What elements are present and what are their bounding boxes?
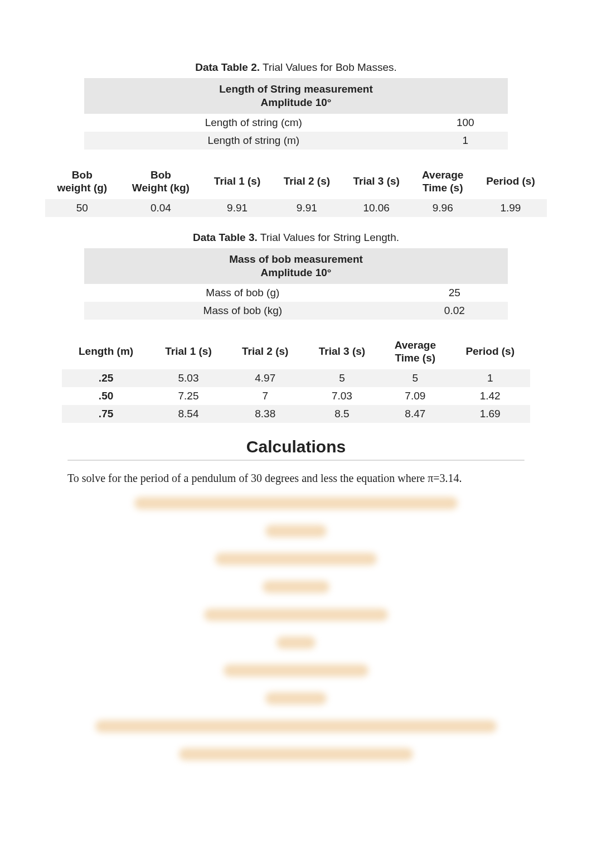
- table2-caption: Data Table 2. Trial Values for Bob Masse…: [45, 61, 547, 74]
- cell: 10.06: [342, 199, 411, 217]
- cell: 9.91: [202, 199, 272, 217]
- cell: 50: [45, 199, 119, 217]
- th: Trial 1 (s): [150, 334, 227, 370]
- table-row: Length of string (m) 1: [84, 132, 508, 150]
- table3-caption-bold: Data Table 3.: [193, 232, 258, 243]
- table2-meas-line2: Amplitude 10°: [89, 96, 503, 109]
- table3-caption-rest: Trial Values for String Length.: [258, 232, 399, 243]
- blurred-line: [95, 720, 497, 732]
- blurred-line: [134, 497, 458, 509]
- cell: 7.09: [380, 387, 450, 405]
- cell: .25: [62, 369, 150, 387]
- cell: 7.25: [150, 387, 227, 405]
- table-row: 50 0.04 9.91 9.91 10.06 9.96 1.99: [45, 199, 547, 217]
- cell: 8.5: [304, 405, 381, 423]
- cell: 1.69: [450, 405, 530, 423]
- blurred-line: [276, 636, 316, 649]
- cell: 5: [304, 369, 381, 387]
- cell: .50: [62, 387, 150, 405]
- th: AverageTime (s): [411, 164, 474, 200]
- cell: 7.03: [304, 387, 381, 405]
- cell: 9.96: [411, 199, 474, 217]
- th: Trial 3 (s): [342, 164, 411, 200]
- th: AverageTime (s): [380, 334, 450, 370]
- cell: 1.99: [474, 199, 547, 217]
- th: Period (s): [450, 334, 530, 370]
- cell: 1.42: [450, 387, 530, 405]
- table3-meas-line1: Mass of bob measurement: [89, 253, 503, 266]
- th: Trial 3 (s): [304, 334, 381, 370]
- table-row: Mass of bob (kg) 0.02: [84, 302, 508, 320]
- cell: 7: [227, 387, 304, 405]
- cell: 5: [380, 369, 450, 387]
- blurred-content: [67, 495, 525, 760]
- th: Trial 1 (s): [202, 164, 272, 200]
- cell: 5.03: [150, 369, 227, 387]
- table3-caption: Data Table 3. Trial Values for String Le…: [45, 232, 547, 244]
- cell: .75: [62, 405, 150, 423]
- table2-meas-value-0: 100: [423, 114, 508, 132]
- table3-meas-header: Mass of bob measurement Amplitude 10°: [84, 248, 508, 284]
- blurred-line: [204, 609, 388, 621]
- table-row: Mass of bob (g) 25: [84, 284, 508, 302]
- cell: 8.54: [150, 405, 227, 423]
- table2-measurement-table: Length of String measurement Amplitude 1…: [84, 78, 508, 150]
- table3-meas-label-1: Mass of bob (kg): [84, 302, 401, 320]
- table3-meas-label-0: Mass of bob (g): [84, 284, 401, 302]
- table2-trial-table: Bobweight (g) BobWeight (kg) Trial 1 (s)…: [45, 164, 547, 218]
- table3-trial-table: Length (m) Trial 1 (s) Trial 2 (s) Trial…: [62, 334, 530, 423]
- cell: 0.04: [119, 199, 202, 217]
- cell: 1: [450, 369, 530, 387]
- blurred-line: [265, 692, 327, 705]
- document-page: Data Table 2. Trial Values for Bob Masse…: [0, 0, 592, 783]
- table3-meas-value-0: 25: [401, 284, 508, 302]
- divider: [67, 460, 525, 461]
- th: BobWeight (kg): [119, 164, 202, 200]
- blurred-line: [224, 664, 368, 677]
- table2-meas-header: Length of String measurement Amplitude 1…: [84, 78, 508, 114]
- table3-trial-header-row: Length (m) Trial 1 (s) Trial 2 (s) Trial…: [62, 334, 530, 370]
- table-row: Length of string (cm) 100: [84, 114, 508, 132]
- table2-caption-rest: Trial Values for Bob Masses.: [260, 61, 397, 73]
- table3-meas-line2: Amplitude 10°: [89, 266, 503, 279]
- calculations-intro: To solve for the period of a pendulum of…: [67, 472, 525, 485]
- th: Bobweight (g): [45, 164, 119, 200]
- calculations-heading: Calculations: [45, 437, 547, 456]
- blurred-line: [263, 581, 329, 593]
- table-row: .25 5.03 4.97 5 5 1: [62, 369, 530, 387]
- cell: 4.97: [227, 369, 304, 387]
- th: Trial 2 (s): [272, 164, 342, 200]
- cell: 9.91: [272, 199, 342, 217]
- table2-trial-header-row: Bobweight (g) BobWeight (kg) Trial 1 (s)…: [45, 164, 547, 200]
- blurred-line: [179, 748, 413, 760]
- table-row: .75 8.54 8.38 8.5 8.47 1.69: [62, 405, 530, 423]
- table2-caption-bold: Data Table 2.: [195, 61, 260, 73]
- table2-meas-label-0: Length of string (cm): [84, 114, 423, 132]
- th: Trial 2 (s): [227, 334, 304, 370]
- table2-meas-line1: Length of String measurement: [89, 83, 503, 96]
- th: Period (s): [474, 164, 547, 200]
- blurred-line: [265, 525, 327, 537]
- table-row: .50 7.25 7 7.03 7.09 1.42: [62, 387, 530, 405]
- table3-measurement-table: Mass of bob measurement Amplitude 10° Ma…: [84, 248, 508, 320]
- th: Length (m): [62, 334, 150, 370]
- cell: 8.38: [227, 405, 304, 423]
- table2-meas-label-1: Length of string (m): [84, 132, 423, 150]
- blurred-line: [215, 553, 377, 565]
- cell: 8.47: [380, 405, 450, 423]
- table3-meas-value-1: 0.02: [401, 302, 508, 320]
- table2-meas-value-1: 1: [423, 132, 508, 150]
